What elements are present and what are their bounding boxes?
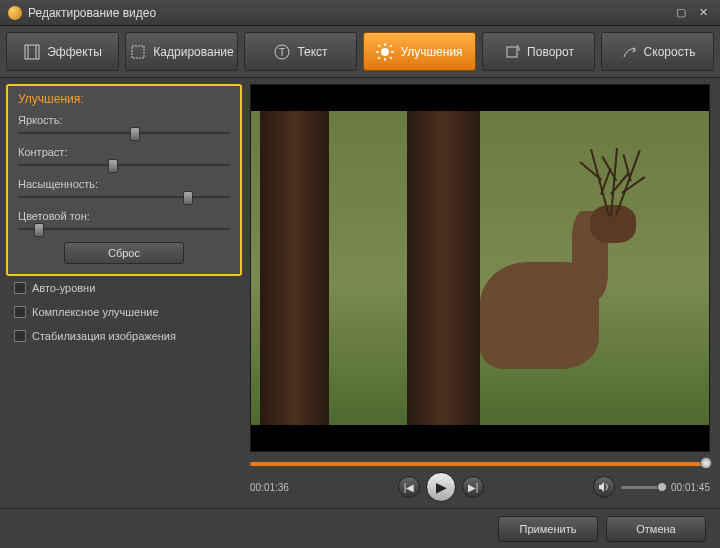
check-stabilization[interactable]: Стабилизация изображения xyxy=(6,324,242,348)
slider-thumb[interactable] xyxy=(183,191,193,205)
slider-thumb[interactable] xyxy=(108,159,118,173)
tab-label: Улучшения xyxy=(400,45,462,59)
tab-label: Кадрирование xyxy=(153,45,233,59)
timeline-thumb[interactable] xyxy=(700,457,712,469)
tab-label: Поворот xyxy=(527,45,574,59)
volume-button[interactable] xyxy=(593,476,615,498)
preview-area: 00:01:36 |◀ ▶ ▶| 00:01:45 xyxy=(248,78,720,508)
tab-effects[interactable]: Эффекты xyxy=(6,32,119,71)
slider-track[interactable] xyxy=(18,228,230,232)
svg-point-6 xyxy=(381,48,389,56)
slider-label: Контраст: xyxy=(18,146,230,158)
tab-speed[interactable]: Скорость xyxy=(601,32,714,71)
minimize-button[interactable]: ▢ xyxy=(672,6,690,20)
timeline-track[interactable] xyxy=(250,462,710,466)
slider-label: Яркость: xyxy=(18,114,230,126)
tab-rotate[interactable]: Поворот xyxy=(482,32,595,71)
svg-rect-3 xyxy=(132,46,144,58)
tab-label: Скорость xyxy=(644,45,696,59)
check-label: Авто-уровни xyxy=(32,282,95,294)
cancel-button[interactable]: Отмена xyxy=(606,516,706,542)
preview-frame xyxy=(251,111,709,426)
slider-track[interactable] xyxy=(18,164,230,168)
slider-label: Цветовой тон: xyxy=(18,210,230,222)
time-total: 00:01:45 xyxy=(671,482,710,493)
slider-hue: Цветовой тон: xyxy=(18,210,230,232)
check-label: Стабилизация изображения xyxy=(32,330,176,342)
reset-button[interactable]: Сброс xyxy=(64,242,184,264)
volume-thumb[interactable] xyxy=(657,482,667,492)
prev-button[interactable]: |◀ xyxy=(398,476,420,498)
slider-track[interactable] xyxy=(18,132,230,136)
side-panel: Улучшения: Яркость: Контраст: Насыщеннос… xyxy=(0,78,248,508)
tab-text[interactable]: T Текст xyxy=(244,32,357,71)
svg-text:T: T xyxy=(279,47,285,58)
play-button[interactable]: ▶ xyxy=(426,472,456,502)
slider-thumb[interactable] xyxy=(130,127,140,141)
svg-rect-15 xyxy=(507,47,517,57)
check-complex-enhance[interactable]: Комплексное улучшение xyxy=(6,300,242,324)
titlebar: Редактирование видео ▢ ✕ xyxy=(0,0,720,26)
footer: Применить Отмена xyxy=(0,508,720,548)
apply-button[interactable]: Применить xyxy=(498,516,598,542)
check-auto-levels[interactable]: Авто-уровни xyxy=(6,276,242,300)
timeline: 00:01:36 |◀ ▶ ▶| 00:01:45 xyxy=(250,462,710,502)
crop-icon xyxy=(129,43,147,61)
checkbox-icon xyxy=(14,282,26,294)
speed-icon xyxy=(620,43,638,61)
next-button[interactable]: ▶| xyxy=(462,476,484,498)
player-controls: |◀ ▶ ▶| xyxy=(398,472,484,502)
text-icon: T xyxy=(273,43,291,61)
tab-bar: Эффекты Кадрирование T Текст Улучшения П… xyxy=(0,26,720,78)
svg-line-12 xyxy=(390,57,392,59)
svg-rect-0 xyxy=(25,45,39,59)
tab-crop[interactable]: Кадрирование xyxy=(125,32,238,71)
tab-enhance[interactable]: Улучшения xyxy=(363,32,476,71)
slider-brightness: Яркость: xyxy=(18,114,230,136)
panel-heading: Улучшения: xyxy=(18,92,230,106)
svg-line-14 xyxy=(378,57,380,59)
app-icon xyxy=(8,6,22,20)
close-button[interactable]: ✕ xyxy=(694,6,712,20)
svg-line-13 xyxy=(390,45,392,47)
slider-track[interactable] xyxy=(18,196,230,200)
slider-label: Насыщенность: xyxy=(18,178,230,190)
svg-line-11 xyxy=(378,45,380,47)
slider-contrast: Контраст: xyxy=(18,146,230,168)
tab-label: Эффекты xyxy=(47,45,102,59)
enhance-icon xyxy=(376,43,394,61)
window-title: Редактирование видео xyxy=(28,6,156,20)
video-preview[interactable] xyxy=(250,84,710,452)
enhance-panel: Улучшения: Яркость: Контраст: Насыщеннос… xyxy=(6,84,242,276)
checkbox-icon xyxy=(14,330,26,342)
checkbox-icon xyxy=(14,306,26,318)
check-label: Комплексное улучшение xyxy=(32,306,159,318)
slider-thumb[interactable] xyxy=(34,223,44,237)
film-icon xyxy=(23,43,41,61)
slider-saturation: Насыщенность: xyxy=(18,178,230,200)
time-current: 00:01:36 xyxy=(250,482,289,493)
volume-track[interactable] xyxy=(621,486,665,489)
tab-label: Текст xyxy=(297,45,327,59)
rotate-icon xyxy=(503,43,521,61)
